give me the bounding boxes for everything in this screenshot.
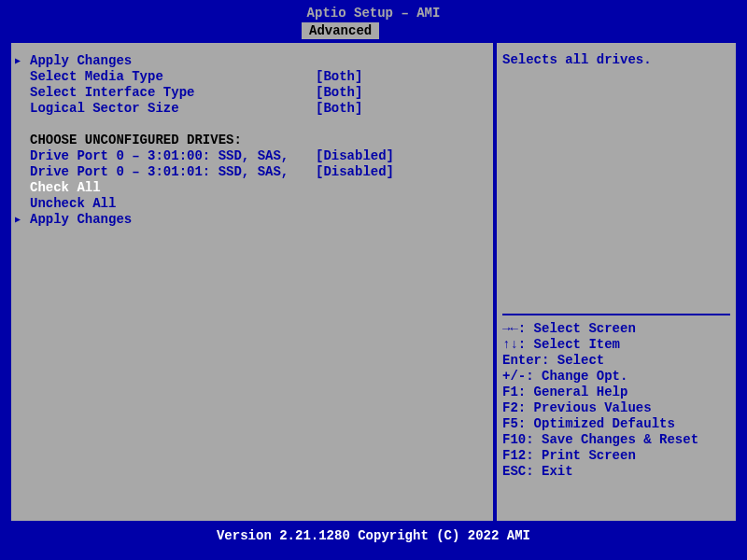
menu-label: Logical Sector Size — [17, 101, 316, 116]
menu-label: CHOOSE UNCONFIGURED DRIVES: — [17, 133, 316, 147]
help-description: Selects all drives. — [502, 52, 730, 67]
menu-interface-type[interactable]: Select Interface Type [Both] — [17, 84, 487, 100]
menu-drive-0[interactable]: Drive Port 0 – 3:01:00: SSD, SAS, [Disab… — [17, 147, 487, 163]
menu-check-all[interactable]: Check All — [17, 179, 487, 195]
key-f1: F1: General Help — [502, 385, 730, 400]
setup-title: Aptio Setup – AMI — [0, 6, 747, 21]
key-f5: F5: Optimized Defaults — [502, 416, 730, 432]
key-f12: F12: Print Screen — [502, 448, 730, 464]
key-f2: F2: Previous Values — [502, 400, 730, 416]
menu-value: [Disabled] — [316, 164, 394, 179]
menu-label: Drive Port 0 – 3:01:01: SSD, SAS, — [17, 164, 316, 179]
footer-bar: Version 2.21.1280 Copyright (C) 2022 AMI — [0, 525, 747, 547]
key-enter: Enter: Select — [502, 353, 730, 369]
menu-label: Drive Port 0 – 3:01:00: SSD, SAS, — [17, 148, 316, 163]
menu-drive-1[interactable]: Drive Port 0 – 3:01:01: SSD, SAS, [Disab… — [17, 163, 487, 179]
section-header-unconfigured: CHOOSE UNCONFIGURED DRIVES: — [17, 132, 487, 147]
key-select-screen: →←: Select Screen — [502, 321, 730, 337]
menu-label: Apply Changes — [17, 53, 316, 68]
key-select-item: ↑↓: Select Item — [502, 337, 730, 353]
menu-label: Check All — [17, 180, 316, 195]
spacer — [502, 496, 730, 511]
tab-row: Advanced — [0, 22, 747, 39]
key-esc: ESC: Exit — [502, 464, 730, 480]
menu-uncheck-all[interactable]: Uncheck All — [17, 195, 487, 211]
tab-advanced[interactable]: Advanced — [302, 22, 379, 39]
menu-value: [Both] — [316, 85, 362, 100]
menu-label: Apply Changes — [17, 212, 316, 227]
spacer — [17, 116, 487, 132]
content-area: Apply Changes Select Media Type [Both] S… — [7, 39, 740, 525]
help-pane: Selects all drives. →←: Select Screen ↑↓… — [495, 41, 738, 523]
key-change-opt: +/-: Change Opt. — [502, 369, 730, 385]
menu-sector-size[interactable]: Logical Sector Size [Both] — [17, 100, 487, 116]
menu-pane: Apply Changes Select Media Type [Both] S… — [9, 41, 495, 523]
menu-label: Select Media Type — [17, 69, 316, 84]
menu-label: Uncheck All — [17, 196, 316, 211]
spacer — [502, 480, 730, 496]
key-f10: F10: Save Changes & Reset — [502, 432, 730, 448]
menu-value: [Both] — [316, 69, 362, 84]
menu-apply-changes-bottom[interactable]: Apply Changes — [17, 211, 487, 227]
menu-media-type[interactable]: Select Media Type [Both] — [17, 68, 487, 84]
menu-value: [Both] — [316, 101, 362, 116]
help-divider — [502, 314, 730, 315]
key-help-list: →←: Select Screen ↑↓: Select Item Enter:… — [502, 321, 730, 480]
help-description-area: Selects all drives. — [502, 52, 730, 306]
title-bar: Aptio Setup – AMI Advanced — [0, 0, 747, 39]
menu-label: Select Interface Type — [17, 85, 316, 100]
menu-value: [Disabled] — [316, 148, 394, 163]
menu-apply-changes-top[interactable]: Apply Changes — [17, 52, 487, 68]
